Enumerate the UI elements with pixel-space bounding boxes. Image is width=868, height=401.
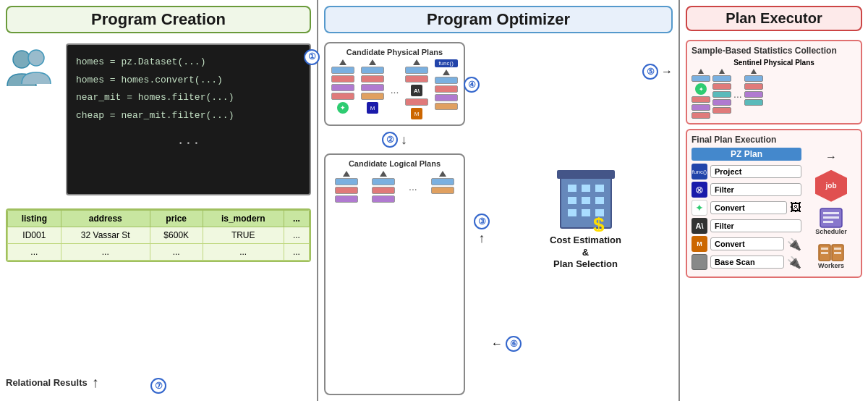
logical-plans-title: Candidate Logical Plans — [330, 159, 459, 168]
sentinel-plans: ✦ ... — [692, 69, 856, 119]
pz-convert2-label: Convert — [710, 237, 784, 250]
sentinel-plan-3 — [744, 69, 763, 119]
cell-dots-3: ... — [150, 244, 203, 261]
scard-8 — [712, 99, 731, 106]
card-10 — [405, 75, 428, 83]
candidate-logical-plans: Candidate Logical Plans — [324, 153, 465, 395]
plan-icon-meta: M — [367, 102, 378, 114]
step-3-circle: ③ — [474, 214, 490, 229]
plan-executor-panel: Plan Executor Sample-Based Statistics Co… — [680, 0, 868, 401]
lcard-8 — [431, 187, 454, 194]
pz-plug-icon-1: 🔌 — [787, 237, 801, 251]
cell-dots-4: ... — [203, 244, 284, 261]
svg-text:$: $ — [593, 214, 605, 232]
func-badge: func() — [435, 59, 458, 67]
logical-plan-3 — [431, 171, 454, 203]
plan-icon-openai: ✦ — [337, 102, 349, 114]
scard-9 — [712, 107, 731, 114]
pz-basescan-label: Base Scan — [710, 256, 784, 269]
lcard-6 — [372, 195, 395, 203]
code-dots: ... — [76, 128, 301, 153]
cell-listing: ID001 — [8, 227, 61, 244]
svg-rect-7 — [568, 197, 576, 204]
middle-arrows: ③ ↑ — [471, 42, 493, 395]
cost-estimation-label: Cost Estimation&Plan Selection — [550, 235, 621, 271]
col-address: address — [61, 211, 150, 227]
dots-physical: ... — [391, 84, 399, 96]
scheduler-label: Scheduler — [815, 228, 847, 235]
cell-dots-5: ... — [284, 244, 309, 261]
card-4 — [331, 93, 354, 100]
col-more: ... — [284, 211, 309, 227]
svg-point-1 — [28, 50, 44, 66]
plan-icon-mix: M — [411, 108, 422, 119]
cell-is-modern: TRUE — [203, 227, 284, 244]
final-plan-layout: PZ Plan func() Project ⊗ Filter — [692, 148, 856, 272]
sentinel-plan-2 — [712, 69, 731, 119]
executor-sections: Sample-Based Statistics Collection Senti… — [686, 40, 862, 395]
col-price: price — [150, 211, 203, 227]
svg-rect-11 — [582, 209, 590, 216]
step-1-circle: ① — [304, 49, 320, 65]
col-listing: listing — [8, 211, 61, 227]
job-scheduler-workers: → job — [806, 148, 856, 272]
scard-6 — [712, 83, 731, 90]
cell-more: ... — [284, 227, 309, 244]
pz-ai-icon: A\ — [692, 218, 707, 234]
cell-dots-1: ... — [8, 244, 61, 261]
relational-results-area: Relational Results ↑ — [6, 374, 99, 391]
step2-area: ② ↓ — [324, 132, 465, 148]
plans-column: Candidate Physical Plans ✦ — [324, 42, 465, 395]
sarrow-3 — [751, 69, 757, 74]
pz-item-filter2: A\ Filter — [692, 218, 801, 234]
code-block: homes = pz.Dataset(...) homes = homes.co… — [66, 43, 311, 195]
scheduler-area: Scheduler — [815, 208, 847, 235]
arrow-4 — [443, 69, 450, 75]
larrow-3 — [439, 171, 446, 177]
card-9 — [405, 67, 428, 74]
program-creation-title: Program Creation — [6, 6, 311, 33]
lcard-1 — [335, 178, 358, 185]
table-row: ID001 32 Vassar St $600K TRUE ... — [8, 227, 310, 244]
cost-estimation-area: ⑤ → — [498, 42, 673, 395]
card-2 — [331, 75, 354, 83]
pz-mixtral-icon: M — [692, 236, 707, 252]
scard-5 — [712, 75, 731, 82]
svg-rect-22 — [834, 248, 841, 250]
final-section-title: Final Plan Execution — [692, 135, 856, 145]
logical-plan-1 — [335, 171, 358, 203]
logical-plans-grid: ... — [330, 171, 459, 203]
lcard-4 — [372, 178, 395, 185]
code-line-1: homes = pz.Dataset(...) — [76, 54, 301, 72]
data-table-area: listing address price is_modern ... ID00… — [6, 203, 311, 262]
scheduler-icon — [820, 208, 843, 228]
svg-rect-9 — [595, 197, 604, 204]
pz-project-label: Project — [710, 165, 801, 178]
larrow-1 — [343, 171, 350, 177]
lcard-7 — [431, 178, 454, 185]
card-13 — [435, 85, 458, 93]
card-5 — [361, 67, 384, 74]
svg-rect-5 — [582, 185, 590, 192]
program-creation-panel: Program Creation homes = pz.Dataset(...)… — [0, 0, 318, 401]
svg-point-0 — [13, 51, 30, 68]
dots-logical: ... — [409, 181, 417, 193]
card-8 — [361, 93, 384, 100]
pz-item-basescan: Base Scan 🔌 — [692, 254, 801, 270]
cell-address: 32 Vassar St — [61, 227, 150, 244]
svg-rect-20 — [821, 248, 828, 250]
sarrow-2 — [719, 69, 725, 74]
arrow-2 — [369, 59, 376, 65]
svg-rect-8 — [582, 197, 590, 204]
logical-plan-2 — [372, 171, 395, 203]
card-12 — [435, 77, 458, 84]
lcard-5 — [372, 187, 395, 194]
svg-rect-21 — [821, 252, 828, 254]
lcard-3 — [335, 195, 358, 203]
building-icon: $ — [557, 166, 615, 232]
scard-13 — [744, 99, 763, 106]
cell-dots-2: ... — [61, 244, 150, 261]
svg-rect-15 — [823, 212, 839, 214]
card-15 — [435, 103, 458, 110]
pz-image-icon: 🖼 — [790, 201, 801, 214]
